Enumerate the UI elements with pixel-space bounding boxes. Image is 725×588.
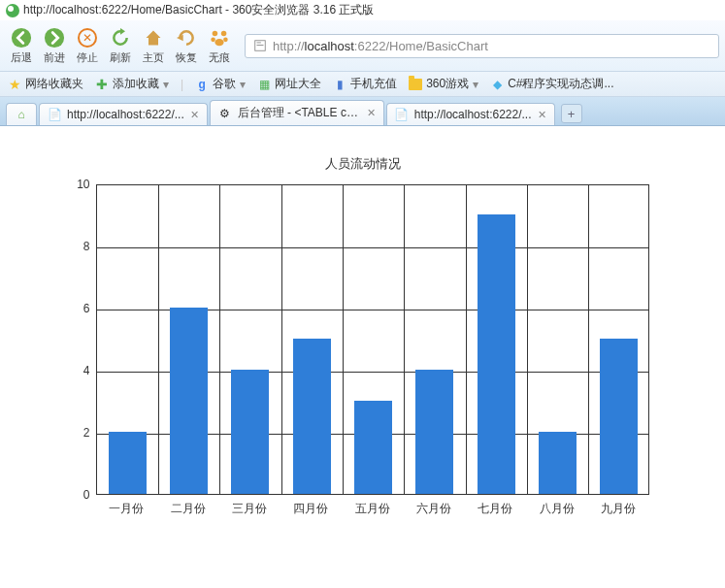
page-icon: 📄 (395, 108, 409, 121)
close-icon[interactable]: ✕ (367, 107, 376, 119)
phone-icon: ▮ (333, 78, 346, 91)
x-tick-label: 三月份 (232, 501, 267, 543)
tab-label: 后台管理 - <TABLE cel... (238, 105, 361, 121)
google-icon: g (195, 78, 209, 91)
page-icon (253, 39, 267, 52)
x-tick-label: 六月份 (416, 501, 451, 543)
gridline-v (404, 185, 405, 494)
refresh-label: 刷新 (110, 50, 131, 65)
tab-label: http://localhost:6222/... (414, 108, 532, 121)
chart-container: 人员流动情况 0246810一月份二月份三月份四月份五月份六月份七月份八月份九月… (0, 126, 725, 543)
svg-point-1 (45, 28, 64, 48)
stop-button[interactable]: 停止 (72, 24, 103, 67)
add-star-icon: ✚ (95, 78, 109, 91)
svg-point-0 (12, 28, 31, 48)
close-icon[interactable]: ✕ (538, 109, 546, 121)
y-tick-label: 2 (57, 426, 90, 440)
back-icon (10, 26, 33, 49)
svg-point-5 (223, 38, 228, 43)
svg-point-6 (214, 39, 223, 46)
bookmark-sites[interactable]: ▦ 网址大全 (257, 76, 321, 92)
gridline-v (343, 185, 344, 494)
home-label: 主页 (143, 50, 164, 65)
app-favicon (6, 4, 19, 17)
chevron-down-icon: ▾ (163, 78, 169, 91)
tab-strip: ⌂ 📄 http://localhost:6222/... ✕ ⚙ 后台管理 -… (0, 97, 725, 126)
favorites-label: 网络收藏夹 (25, 76, 83, 92)
forward-label: 前进 (44, 50, 65, 65)
bookmark-google[interactable]: g 谷歌 ▾ (195, 76, 246, 92)
plot-area (96, 184, 649, 495)
gridline-v (281, 185, 282, 494)
x-tick-label: 四月份 (293, 501, 328, 543)
svg-point-3 (221, 31, 227, 37)
add-favorite-button[interactable]: ✚ 添加收藏 ▾ (95, 76, 169, 92)
chevron-down-icon: ▾ (240, 78, 246, 91)
bookmark-csharp[interactable]: ◆ C#程序实现动态调... (490, 76, 613, 92)
gridline-v (527, 185, 528, 494)
x-tick-label: 七月份 (478, 501, 512, 543)
svg-point-4 (211, 38, 215, 43)
folder-icon (409, 78, 422, 91)
stop-icon (76, 26, 99, 49)
bookmark-recharge[interactable]: ▮ 手机充值 (333, 76, 397, 92)
refresh-icon (109, 26, 132, 49)
bookmark-games[interactable]: 360游戏 ▾ (409, 76, 478, 92)
y-tick-label: 10 (57, 178, 90, 191)
bar (415, 370, 453, 494)
chevron-down-icon: ▾ (473, 78, 478, 91)
back-button[interactable]: 后退 (6, 24, 37, 67)
forward-button[interactable]: 前进 (39, 24, 70, 67)
y-tick-label: 6 (57, 302, 90, 315)
url-text: http://localhost:6222/Home/BasicChart (273, 39, 488, 53)
gridline-v (466, 185, 467, 494)
y-tick-label: 8 (57, 240, 90, 253)
new-tab-button[interactable]: + (561, 104, 582, 123)
gridline-v (588, 185, 589, 494)
gear-icon: ⚙ (218, 107, 232, 120)
x-tick-label: 一月份 (109, 501, 144, 543)
forward-icon (43, 26, 66, 49)
add-favorite-label: 添加收藏 (113, 76, 159, 92)
main-toolbar: 后退 前进 停止 刷新 主页 恢复 无痕 (0, 20, 725, 72)
bar (478, 214, 515, 494)
x-tick-label: 九月份 (601, 501, 636, 543)
window-title: http://localhost:6222/Home/BasicChart - … (23, 2, 374, 18)
incognito-label: 无痕 (209, 50, 230, 65)
page-icon: 📄 (48, 108, 61, 121)
svg-rect-9 (257, 45, 264, 46)
tab-0[interactable]: 📄 http://localhost:6222/... ✕ (39, 103, 208, 125)
restore-button[interactable]: 恢复 (171, 24, 202, 67)
bar (539, 432, 577, 494)
tab-2[interactable]: 📄 http://localhost:6222/... ✕ (386, 103, 555, 125)
stop-label: 停止 (77, 50, 98, 65)
paw-icon (208, 26, 231, 49)
star-icon: ★ (8, 78, 21, 91)
chart-title: 人员流动情况 (29, 155, 696, 173)
address-bar[interactable]: http://localhost:6222/Home/BasicChart (245, 34, 719, 58)
tab-home[interactable]: ⌂ (6, 103, 37, 125)
x-tick-label: 八月份 (540, 501, 575, 543)
home-button[interactable]: 主页 (138, 24, 169, 67)
bar (170, 308, 208, 494)
bar (231, 370, 269, 494)
restore-label: 恢复 (176, 50, 197, 65)
separator: | (181, 78, 183, 91)
gridline-h (97, 247, 648, 248)
bookmarks-bar: ★ 网络收藏夹 ✚ 添加收藏 ▾ | g 谷歌 ▾ ▦ 网址大全 ▮ 手机充值 … (0, 72, 725, 97)
tab-label: http://localhost:6222/... (67, 108, 184, 121)
x-tick-label: 五月份 (355, 501, 390, 543)
diamond-icon: ◆ (490, 78, 504, 91)
home-tab-icon: ⌂ (15, 108, 28, 121)
bar (293, 339, 331, 494)
refresh-button[interactable]: 刷新 (105, 24, 136, 67)
gridline-v (219, 185, 220, 494)
incognito-button[interactable]: 无痕 (204, 24, 235, 67)
favorites-button[interactable]: ★ 网络收藏夹 (8, 76, 83, 92)
y-tick-label: 4 (57, 364, 90, 377)
home-icon (142, 26, 165, 49)
x-tick-label: 二月份 (171, 501, 206, 543)
y-tick-label: 0 (57, 488, 90, 502)
close-icon[interactable]: ✕ (190, 109, 199, 121)
tab-1[interactable]: ⚙ 后台管理 - <TABLE cel... ✕ (210, 100, 384, 125)
